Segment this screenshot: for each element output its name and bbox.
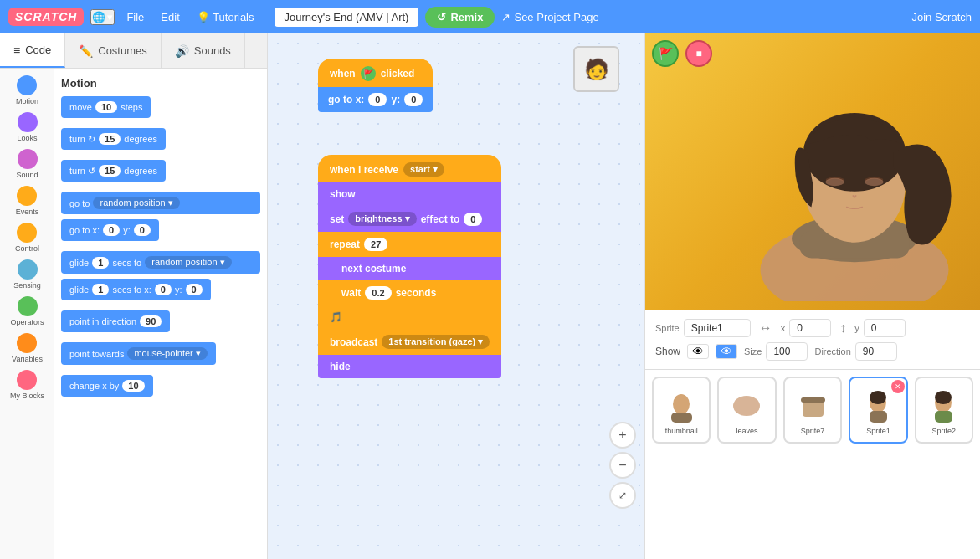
project-title[interactable]: Journey's End (AMV | Art): [275, 8, 419, 27]
block-goto-xy-y-label: y:: [123, 225, 131, 235]
category-control[interactable]: Control: [15, 223, 39, 253]
block-point-towards-dropdown[interactable]: mouse-pointer ▾: [127, 347, 207, 360]
sprite-card-sprite2[interactable]: Sprite2: [915, 377, 973, 444]
block-wait[interactable]: wait 0.2 seconds: [318, 280, 501, 305]
size-input[interactable]: [766, 342, 808, 361]
see-project-button[interactable]: ↗ See Project Page: [501, 11, 598, 23]
block-goto-xy-script[interactable]: go to x: 0 y: 0: [318, 87, 433, 112]
svg-point-8: [673, 394, 690, 414]
category-sensing[interactable]: Sensing: [13, 259, 41, 290]
when-receive-label: when I receive: [330, 164, 398, 176]
x-coord-input[interactable]: [789, 319, 831, 337]
effect-dropdown[interactable]: brightness ▾: [348, 212, 416, 226]
block-change-x[interactable]: change x by 10: [61, 375, 153, 397]
receive-dropdown[interactable]: start ▾: [403, 162, 444, 177]
broadcast-dropdown[interactable]: 1st transition (gaze) ▾: [382, 335, 490, 349]
join-button[interactable]: Join Scratch: [911, 11, 972, 23]
tab-costumes[interactable]: ✏️ Costumes: [65, 33, 162, 68]
sprite-card-sprite1[interactable]: ✕ Sprite1: [849, 377, 907, 444]
block-turn-cw-val: 15: [99, 133, 121, 145]
script-stack-1: when 🚩 clicked go to x: 0 y: 0: [318, 59, 433, 112]
zoom-controls: + − ⤢: [609, 422, 636, 509]
fit-button[interactable]: ⤢: [609, 482, 636, 509]
block-set-effect[interactable]: set brightness ▾ effect to 0: [318, 206, 501, 232]
zoom-in-button[interactable]: +: [609, 422, 636, 449]
sprite1-close[interactable]: ✕: [891, 380, 905, 393]
file-menu[interactable]: File: [121, 8, 149, 27]
block-music[interactable]: 🎵: [318, 305, 501, 329]
show-eye-button[interactable]: 👁: [716, 344, 737, 359]
direction-input[interactable]: [855, 342, 897, 361]
category-operators[interactable]: Operators: [10, 296, 44, 326]
hide-eye-button[interactable]: 👁: [687, 344, 709, 359]
stop-button[interactable]: ■: [685, 40, 712, 67]
block-change-x-label: change x by: [69, 381, 119, 391]
control-dot: [17, 223, 37, 243]
wait-label: wait: [341, 287, 361, 299]
operators-label: Operators: [10, 318, 44, 326]
block-goto-x-val: 0: [103, 224, 120, 236]
sprite-card-sprite7[interactable]: Sprite7: [783, 377, 842, 444]
effect-val: 0: [464, 213, 482, 226]
block-turn-cw-suffix: degrees: [124, 134, 157, 144]
block-glide-xy-x: 0: [155, 284, 172, 295]
goto-xy-label: go to x:: [328, 94, 364, 105]
repeat-val: 27: [364, 238, 387, 251]
block-hide[interactable]: hide: [318, 355, 501, 378]
block-goto-random[interactable]: go to random position ▾: [61, 192, 260, 214]
block-goto-dropdown[interactable]: random position ▾: [93, 197, 179, 209]
sprite-label: Sprite: [655, 323, 680, 333]
sprite-thumbnail-name: thumbnail: [665, 427, 698, 435]
block-turn-ccw-val: 15: [99, 165, 121, 177]
control-label: Control: [15, 244, 39, 253]
events-dot: [17, 186, 37, 206]
sprite-info-row: Sprite ↔ x ↕ y: [655, 319, 970, 337]
svg-point-10: [733, 396, 760, 416]
block-point-towards[interactable]: point towards mouse-pointer ▾: [61, 342, 216, 365]
y-coord-input[interactable]: [864, 319, 906, 337]
wait-val: 0.2: [365, 286, 391, 300]
category-looks[interactable]: Looks: [17, 112, 37, 142]
block-glide-xy-y: 0: [186, 284, 203, 295]
tutorials-button[interactable]: 💡 Tutorials: [192, 8, 259, 27]
svg-rect-12: [801, 397, 825, 403]
tab-code[interactable]: ≡ Code: [0, 33, 65, 68]
block-when-receive[interactable]: when I receive start ▾: [318, 155, 501, 182]
edit-menu[interactable]: Edit: [156, 8, 184, 27]
block-turn-cw[interactable]: turn ↻ 15 degrees: [61, 128, 166, 150]
globe-button[interactable]: 🌐 ▾: [90, 9, 115, 25]
block-move-steps[interactable]: move 10 steps: [61, 96, 151, 118]
block-next-costume[interactable]: next costume: [318, 257, 501, 280]
stop-icon: ■: [695, 48, 701, 59]
block-show[interactable]: show: [318, 182, 501, 206]
category-sound[interactable]: Sound: [16, 149, 38, 179]
sprite-card-thumbnail[interactable]: thumbnail: [652, 377, 711, 444]
green-flag-button[interactable]: 🚩: [652, 40, 679, 67]
remix-button[interactable]: ↺ Remix: [425, 7, 495, 28]
category-myblocks[interactable]: My Blocks: [10, 370, 44, 400]
x-coord-label: x: [781, 323, 786, 333]
block-repeat[interactable]: repeat 27: [318, 232, 501, 257]
block-glide-xy[interactable]: glide 1 secs to x: 0 y: 0: [61, 279, 211, 300]
category-motion[interactable]: Motion: [16, 75, 38, 105]
block-goto-label: go to: [69, 198, 90, 208]
script-area[interactable]: 🧑 when 🚩 clicked go to x: 0 y: 0 when I …: [268, 33, 645, 559]
sprite2-name: Sprite2: [932, 427, 957, 435]
category-variables[interactable]: Variables: [12, 333, 43, 363]
scratch-logo[interactable]: SCRATCH: [8, 8, 84, 26]
block-glide-random[interactable]: glide 1 secs to random position ▾: [61, 251, 260, 274]
category-events[interactable]: Events: [16, 186, 39, 216]
tab-sounds[interactable]: 🔊 Sounds: [162, 33, 245, 68]
music-icon: 🎵: [330, 311, 342, 323]
sprite-thumbnail-img: [659, 385, 705, 427]
block-broadcast[interactable]: broadcast 1st transition (gaze) ▾: [318, 329, 501, 355]
block-when-flag-clicked[interactable]: when 🚩 clicked: [318, 59, 433, 87]
sprite-card-leaves[interactable]: leaves: [717, 377, 776, 444]
block-goto-xy[interactable]: go to x: 0 y: 0: [61, 219, 159, 241]
block-glide-dropdown[interactable]: random position ▾: [145, 256, 231, 269]
sprite-name-input[interactable]: [684, 319, 751, 337]
sprite-leaves-img: [724, 385, 770, 427]
block-point-direction[interactable]: point in direction 90: [61, 310, 170, 332]
zoom-out-button[interactable]: −: [609, 452, 636, 479]
block-turn-ccw[interactable]: turn ↺ 15 degrees: [61, 160, 166, 182]
